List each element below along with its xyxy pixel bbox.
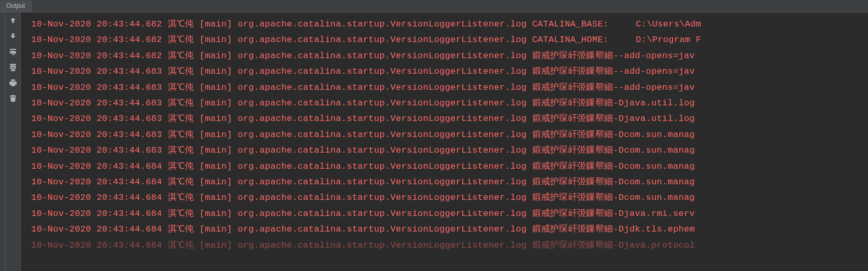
console-panel: Output 10-Nov-2020 20:43:44.68 (0, 0, 868, 271)
svg-rect-1 (10, 66, 16, 67)
print-icon[interactable] (8, 78, 18, 87)
log-line: 10-Nov-2020 20:43:44.684 淇℃伅 [main] org.… (31, 238, 868, 253)
log-line: 10-Nov-2020 20:43:44.683 淇℃伅 [main] org.… (31, 64, 868, 79)
log-line: 10-Nov-2020 20:43:44.683 淇℃伅 [main] org.… (31, 127, 868, 143)
tab-bar: Output (0, 0, 868, 12)
log-line: 10-Nov-2020 20:43:44.682 淇℃伅 [main] org.… (31, 32, 868, 48)
tab-output[interactable]: Output (0, 1, 32, 12)
log-line: 10-Nov-2020 20:43:44.684 淇℃伅 [main] org.… (31, 206, 868, 222)
log-line: 10-Nov-2020 20:43:44.684 淇℃伅 [main] org.… (31, 174, 868, 190)
log-line: 10-Nov-2020 20:43:44.683 淇℃伅 [main] org.… (31, 96, 868, 111)
log-line: 10-Nov-2020 20:43:44.684 淇℃伅 [main] org.… (31, 190, 868, 206)
log-line: 10-Nov-2020 20:43:44.683 淇℃伅 [main] org.… (31, 111, 868, 127)
trash-icon[interactable] (8, 93, 18, 103)
svg-rect-0 (10, 64, 16, 65)
log-line: 10-Nov-2020 20:43:44.682 淇℃伅 [main] org.… (31, 17, 868, 32)
soft-wrap-icon[interactable] (8, 47, 18, 56)
log-output[interactable]: 10-Nov-2020 20:43:44.682 淇℃伅 [main] org.… (21, 12, 868, 271)
log-line: 10-Nov-2020 20:43:44.684 淇℃伅 [main] org.… (31, 159, 868, 174)
console-toolbar (5, 12, 21, 271)
log-line: 10-Nov-2020 20:43:44.683 淇℃伅 [main] org.… (31, 143, 868, 158)
left-gutter (0, 12, 5, 271)
arrow-up-icon[interactable] (8, 16, 18, 25)
svg-rect-2 (10, 68, 14, 69)
log-line: 10-Nov-2020 20:43:44.684 淇℃伅 [main] org.… (31, 222, 868, 237)
log-line: 10-Nov-2020 20:43:44.683 淇℃伅 [main] org.… (31, 80, 868, 96)
content-area: 10-Nov-2020 20:43:44.682 淇℃伅 [main] org.… (0, 12, 868, 271)
log-line: 10-Nov-2020 20:43:44.682 淇℃伅 [main] org.… (31, 48, 868, 64)
scroll-to-end-icon[interactable] (8, 62, 18, 72)
arrow-down-icon[interactable] (8, 31, 18, 40)
